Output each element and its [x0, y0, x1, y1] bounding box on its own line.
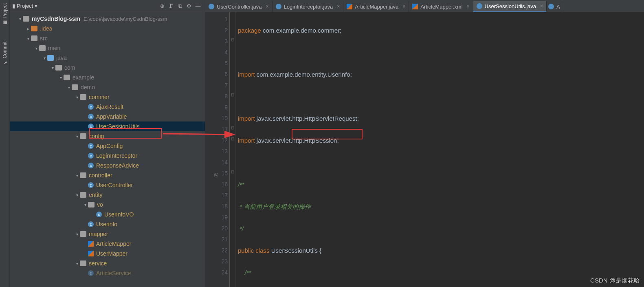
tab-articlemapper-java[interactable]: ArticleMapper.java× — [343, 1, 409, 12]
line-gutter: 123456789101112131415@161718192021222324 — [205, 12, 230, 287]
tree-ajaxresult[interactable]: AjaxResult — [10, 102, 205, 112]
tree-articleservice[interactable]: ArticleService — [10, 268, 205, 278]
tree-commer[interactable]: ▾commer — [10, 92, 205, 102]
tree-java[interactable]: ▾java — [10, 53, 205, 63]
tree-idea[interactable]: ▸.idea — [10, 24, 205, 33]
tree-entity[interactable]: ▾entity — [10, 190, 205, 200]
tree-controller[interactable]: ▾controller — [10, 170, 205, 180]
rail-commit[interactable]: ✔Commit — [2, 42, 8, 65]
sidebar-header: ▮ Project ▾ ⊕ ⇵ ⧉ ⚙ — — [10, 0, 205, 12]
tree-src[interactable]: ▾src — [10, 33, 205, 43]
tab-usercontroller[interactable]: UserController.java× — [205, 1, 273, 12]
rail-project[interactable]: ▦Project — [2, 3, 8, 25]
tree-root[interactable]: ▾myCsdnBlog-ssmE:\code\javacode\myCsdnBl… — [10, 14, 205, 24]
settings-icon[interactable]: ⚙ — [185, 2, 193, 11]
fold-column: ⊟⊟⊟⊟⊟ — [230, 12, 235, 287]
watermark: CSDN @是烟花哈 — [590, 277, 640, 285]
close-icon[interactable]: × — [337, 4, 340, 9]
code-editor[interactable]: 123456789101112131415@161718192021222324… — [205, 12, 644, 287]
expand-icon[interactable]: ⇵ — [167, 2, 176, 11]
project-sidebar: ▮ Project ▾ ⊕ ⇵ ⧉ ⚙ — ▾myCsdnBlog-ssmE:\… — [10, 0, 205, 287]
tree-appconfig[interactable]: AppConfig — [10, 141, 205, 151]
tab-articlemapper-xml[interactable]: ArticleMapper.xml× — [409, 1, 473, 12]
close-icon[interactable]: × — [402, 4, 405, 9]
tree-vo[interactable]: ▾vo — [10, 200, 205, 210]
tree-example[interactable]: ▾example — [10, 73, 205, 82]
close-icon[interactable]: × — [467, 4, 470, 9]
tree-usermapper[interactable]: UserMapper — [10, 249, 205, 258]
tree-responseadvice[interactable]: ResponseAdvice — [10, 161, 205, 170]
tree-main[interactable]: ▾main — [10, 43, 205, 53]
hide-icon[interactable]: — — [193, 2, 202, 11]
tab-logininterceptor[interactable]: LoginInterceptor.java× — [273, 1, 344, 12]
tab-usersessionutils[interactable]: UserSessionUtils.java× — [473, 1, 547, 12]
tree-service[interactable]: ▾service — [10, 258, 205, 268]
collapse-icon[interactable]: ⧉ — [176, 2, 185, 11]
tree-config[interactable]: ▾config — [10, 131, 205, 141]
editor-area: UserController.java× LoginInterceptor.ja… — [205, 0, 644, 287]
project-tree: ▾myCsdnBlog-ssmE:\code\javacode\myCsdnBl… — [10, 12, 205, 287]
sidebar-title[interactable]: ▮ Project ▾ — [12, 3, 37, 9]
tree-userinfovo[interactable]: UserinfoVO — [10, 210, 205, 219]
code-content[interactable]: package com.example.demo.commer; import … — [235, 12, 644, 287]
locate-icon[interactable]: ⊕ — [158, 2, 167, 11]
tree-appvariable[interactable]: AppVariable — [10, 112, 205, 121]
tree-usercontroller[interactable]: UserController — [10, 180, 205, 190]
close-icon[interactable]: × — [266, 4, 269, 9]
tree-com[interactable]: ▾com — [10, 63, 205, 73]
tree-usersessionutils[interactable]: UserSessionUtils — [10, 121, 205, 131]
editor-tabs: UserController.java× LoginInterceptor.ja… — [205, 0, 644, 12]
tab-overflow[interactable]: A — [547, 1, 562, 12]
tree-articlemapper[interactable]: ArticleMapper — [10, 239, 205, 249]
left-tool-rail: ▦Project ✔Commit — [0, 0, 10, 287]
tree-demo[interactable]: ▾demo — [10, 82, 205, 92]
tree-mapper[interactable]: ▾mapper — [10, 229, 205, 239]
tree-userinfo[interactable]: Userinfo — [10, 219, 205, 229]
close-icon[interactable]: × — [540, 3, 543, 9]
tree-logininterceptor[interactable]: LoginInterceptor — [10, 151, 205, 161]
